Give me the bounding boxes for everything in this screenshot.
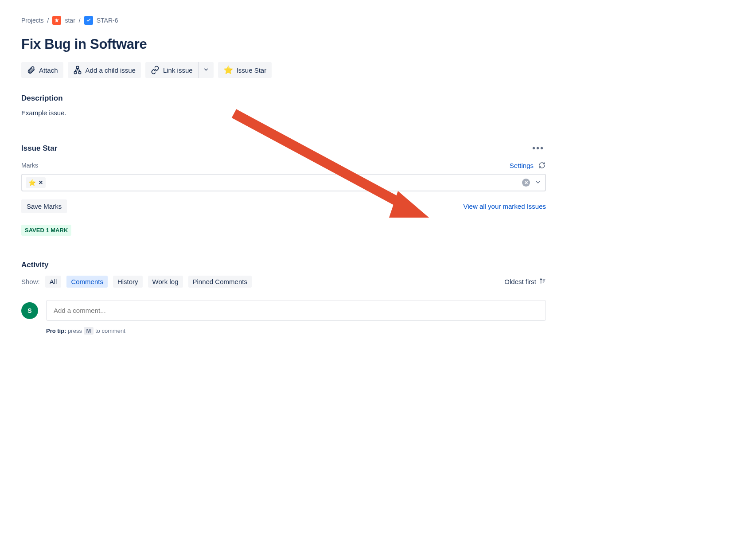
svg-line-4 xyxy=(234,113,407,207)
save-marks-button[interactable]: Save Marks xyxy=(21,199,67,213)
issue-type-icon xyxy=(84,16,93,25)
comment-input[interactable] xyxy=(46,300,546,321)
breadcrumb-projects[interactable]: Projects xyxy=(21,17,44,24)
attach-label: Attach xyxy=(39,66,58,74)
panel-more-icon[interactable]: ••• xyxy=(530,141,546,155)
sort-button[interactable]: Oldest first xyxy=(504,277,546,286)
marks-label: Marks xyxy=(21,162,38,169)
description-body[interactable]: Example issue. xyxy=(21,109,546,117)
settings-link[interactable]: Settings xyxy=(510,162,534,169)
pro-tip: Pro tip: press M to comment xyxy=(46,327,546,335)
description-heading: Description xyxy=(21,94,546,103)
link-issue-button[interactable]: Link issue xyxy=(145,62,198,78)
show-label: Show: xyxy=(21,278,40,285)
breadcrumb: Projects / star / STAR-6 xyxy=(21,16,546,25)
svg-rect-1 xyxy=(74,71,76,74)
view-all-marked-link[interactable]: View all your marked Issues xyxy=(464,203,546,210)
clear-all-icon[interactable]: ✕ xyxy=(522,179,530,187)
project-icon xyxy=(52,16,61,25)
svg-rect-2 xyxy=(78,71,81,74)
marks-select[interactable]: ⭐ ✕ ✕ xyxy=(21,174,546,191)
star-icon: ⭐ xyxy=(223,65,233,75)
hierarchy-icon xyxy=(73,66,82,74)
chip-remove-icon[interactable]: ✕ xyxy=(39,179,43,186)
chevron-down-icon[interactable] xyxy=(534,179,542,187)
attach-button[interactable]: Attach xyxy=(21,62,63,78)
attach-icon xyxy=(27,66,35,74)
tab-pinned[interactable]: Pinned Comments xyxy=(188,276,252,288)
breadcrumb-separator: / xyxy=(79,17,81,24)
sort-label: Oldest first xyxy=(504,278,536,285)
pro-tip-text-a: press xyxy=(66,327,84,334)
issue-star-heading: Issue Star xyxy=(21,144,57,153)
tab-all[interactable]: All xyxy=(45,276,62,288)
chevron-down-icon xyxy=(203,66,209,74)
issue-star-label: Issue Star xyxy=(237,66,267,74)
add-child-label: Add a child issue xyxy=(86,66,136,74)
tab-history[interactable]: History xyxy=(113,276,143,288)
link-icon xyxy=(151,66,160,74)
action-bar: Attach Add a child issue Link issue ⭐ xyxy=(21,62,546,78)
avatar: S xyxy=(21,302,38,319)
mark-chip: ⭐ ✕ xyxy=(26,177,46,188)
saved-badge: SAVED 1 MARK xyxy=(21,225,71,236)
tab-worklog[interactable]: Work log xyxy=(148,276,183,288)
pro-tip-prefix: Pro tip: xyxy=(46,327,66,334)
activity-heading: Activity xyxy=(21,261,546,269)
pro-tip-text-b: to comment xyxy=(94,327,125,334)
star-icon: ⭐ xyxy=(28,179,36,186)
refresh-icon[interactable] xyxy=(538,161,546,169)
add-child-button[interactable]: Add a child issue xyxy=(68,62,141,78)
link-issue-group: Link issue xyxy=(145,62,214,78)
page-title[interactable]: Fix Bug in Software xyxy=(21,36,546,52)
issue-star-button[interactable]: ⭐ Issue Star xyxy=(218,62,272,78)
tab-comments[interactable]: Comments xyxy=(66,276,108,288)
link-issue-dropdown[interactable] xyxy=(198,62,214,78)
link-issue-label: Link issue xyxy=(163,66,193,74)
svg-rect-0 xyxy=(76,66,78,69)
breadcrumb-project[interactable]: star xyxy=(65,17,75,24)
breadcrumb-separator: / xyxy=(47,17,49,24)
breadcrumb-issue[interactable]: STAR-6 xyxy=(97,17,118,24)
sort-icon xyxy=(539,277,546,286)
save-marks-label: Save Marks xyxy=(27,203,62,210)
key-m: M xyxy=(84,327,94,335)
